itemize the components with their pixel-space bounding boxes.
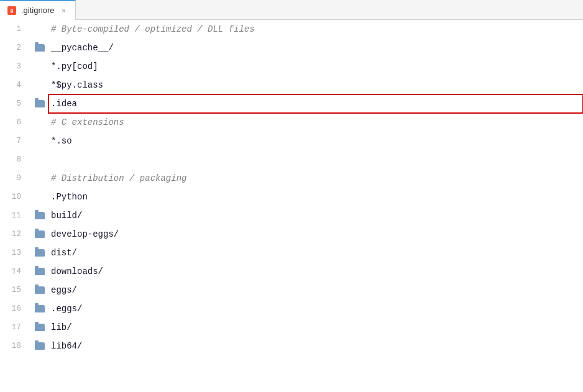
line-number: 11 (0, 206, 31, 225)
code-row[interactable]: 14downloads/ (0, 262, 583, 281)
code-row[interactable]: 2__pycache__/ (0, 39, 583, 57)
gutter-icon (31, 268, 48, 275)
code-row[interactable]: 11build/ (0, 206, 583, 225)
folder-icon (35, 342, 45, 350)
code-row[interactable]: 4*$py.class (0, 76, 583, 94)
code-row[interactable]: 15eggs/ (0, 281, 583, 299)
folder-icon (35, 230, 45, 238)
folder-icon (35, 44, 45, 52)
tab-gitignore[interactable]: g .gitignore × (0, 0, 76, 20)
folder-icon (35, 305, 45, 312)
code-row[interactable]: 1# Byte-compiled / optimized / DLL files (0, 20, 583, 39)
gutter-icon (31, 249, 48, 257)
code-content: *.py[cod] (48, 57, 583, 76)
code-row[interactable]: 3*.py[cod] (0, 57, 583, 76)
tab-close-button[interactable]: × (59, 6, 68, 15)
code-content: downloads/ (48, 262, 583, 281)
code-content: dist/ (48, 244, 583, 262)
code-content: build/ (48, 206, 583, 225)
code-content: .eggs/ (48, 299, 583, 318)
code-row[interactable]: 9# Distribution / packaging (0, 169, 583, 188)
code-container[interactable]: 1# Byte-compiled / optimized / DLL files… (0, 20, 583, 392)
folder-icon (35, 100, 45, 107)
code-content: eggs/ (48, 281, 583, 299)
line-number: 14 (0, 262, 31, 281)
code-row[interactable]: 17lib/ (0, 318, 583, 337)
code-content: develop-eggs/ (48, 225, 583, 244)
gutter-icon (31, 44, 48, 52)
gutter-icon (31, 230, 48, 238)
line-number: 15 (0, 281, 31, 299)
code-content: *.so (48, 132, 583, 150)
line-number: 2 (0, 39, 31, 57)
code-row[interactable]: 13dist/ (0, 244, 583, 262)
line-number: 10 (0, 188, 31, 206)
line-number: 1 (0, 20, 31, 39)
code-content: lib64/ (48, 337, 583, 355)
git-file-icon: g (7, 6, 16, 15)
code-row[interactable]: 8 (0, 150, 583, 169)
gutter-icon (31, 286, 48, 294)
line-number: 6 (0, 113, 31, 132)
line-number: 4 (0, 76, 31, 94)
folder-icon (35, 249, 45, 257)
code-row[interactable]: 10.Python (0, 188, 583, 206)
editor-area: 1# Byte-compiled / optimized / DLL files… (0, 20, 583, 392)
code-content: .idea (48, 94, 583, 113)
code-content: __pycache__/ (48, 39, 583, 57)
code-row[interactable]: 6# C extensions (0, 113, 583, 132)
tab-bar: g .gitignore × (0, 0, 583, 20)
code-row[interactable]: 5.idea (0, 94, 583, 113)
code-content: lib/ (48, 318, 583, 337)
code-row[interactable]: 7*.so (0, 132, 583, 150)
line-number: 8 (0, 150, 31, 169)
code-content: # Byte-compiled / optimized / DLL files (48, 20, 583, 39)
folder-icon (35, 286, 45, 294)
folder-icon (35, 268, 45, 275)
line-number: 18 (0, 337, 31, 355)
gutter-icon (31, 100, 48, 107)
line-number: 13 (0, 244, 31, 262)
line-number: 5 (0, 94, 31, 113)
line-number: 17 (0, 318, 31, 337)
code-row[interactable]: 16.eggs/ (0, 299, 583, 318)
tab-label: .gitignore (21, 6, 54, 15)
line-number: 9 (0, 169, 31, 188)
code-content: # C extensions (48, 113, 583, 132)
folder-icon (35, 324, 45, 331)
line-number: 3 (0, 57, 31, 76)
code-content: *$py.class (48, 76, 583, 94)
line-number: 16 (0, 299, 31, 318)
code-row[interactable]: 18lib64/ (0, 337, 583, 355)
line-number: 12 (0, 225, 31, 244)
gutter-icon (31, 305, 48, 312)
code-content: # Distribution / packaging (48, 169, 583, 188)
gutter-icon (31, 342, 48, 350)
gutter-icon (31, 212, 48, 219)
code-content: .Python (48, 188, 583, 206)
code-row[interactable]: 12develop-eggs/ (0, 225, 583, 244)
line-number: 7 (0, 132, 31, 150)
gutter-icon (31, 324, 48, 331)
folder-icon (35, 212, 45, 219)
